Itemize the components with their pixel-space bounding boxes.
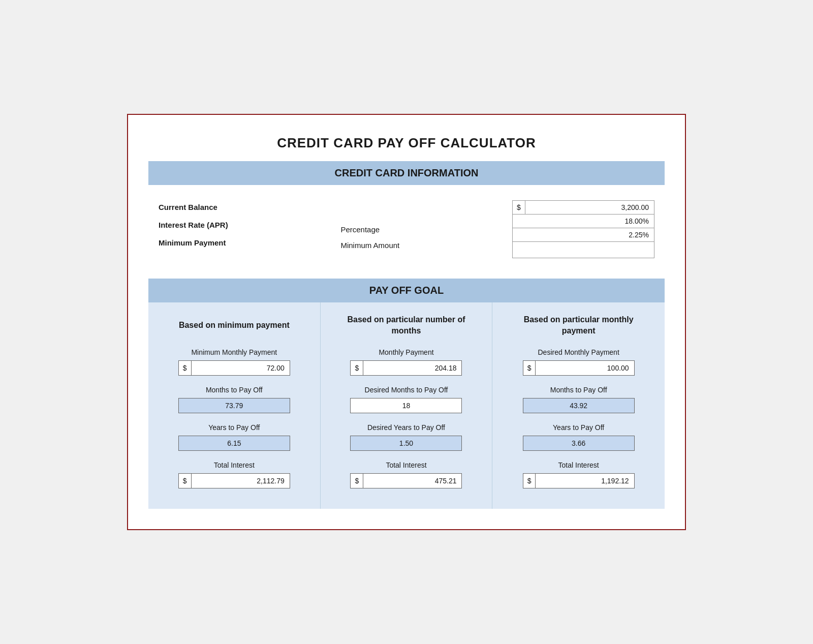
col3-title: Based on particular monthly payment (508, 313, 649, 338)
col2-payment-label: Monthly Payment (379, 348, 433, 356)
interest-value: 18.00% (513, 214, 654, 228)
col2-interest-label: Total Interest (386, 461, 426, 469)
col3-payment-group: Desired Monthly Payment $ 100.00 (508, 348, 649, 376)
col2-interest-group: Total Interest $ 475.21 (336, 461, 477, 488)
balance-row: $ 3,200.00 (512, 200, 654, 214)
interest-label: Interest Rate (APR) (159, 218, 228, 232)
payoff-col-1: Based on minimum payment Minimum Monthly… (148, 302, 321, 509)
main-title: CREDIT CARD PAY OFF CALCULATOR (148, 130, 665, 161)
percentage-value: 2.25% (513, 228, 654, 241)
col2-payment-input: $ 204.18 (350, 360, 462, 376)
balance-value: 3,200.00 (525, 201, 654, 214)
cc-info-section: CREDIT CARD INFORMATION Current Balance … (148, 161, 665, 263)
cc-values: $ 3,200.00 18.00% 2.25% (512, 200, 654, 258)
col1-interest-row: $ 2,112.79 (178, 473, 290, 488)
col3-years-label: Years to Pay Off (553, 423, 604, 432)
col3-payment-label: Desired Monthly Payment (538, 348, 619, 356)
col3-months-group: Months to Pay Off 43.92 (508, 386, 649, 413)
col2-years-value: 1.50 (350, 436, 462, 451)
col2-interest-row: $ 475.21 (350, 473, 462, 488)
col3-months-label: Months to Pay Off (550, 386, 607, 394)
col1-payment-dollar: $ (179, 361, 192, 375)
col1-interest-group: Total Interest $ 2,112.79 (164, 461, 305, 488)
cc-labels: Current Balance Interest Rate (APR) Mini… (159, 200, 228, 250)
col3-interest-value: 1,192.12 (536, 474, 634, 488)
col2-title: Based on particular number of months (336, 313, 477, 338)
balance-label: Current Balance (159, 200, 228, 214)
interest-row: 18.00% (512, 214, 654, 228)
percentage-label: Percentage (340, 223, 399, 236)
col2-years-group: Desired Years to Pay Off 1.50 (336, 423, 477, 451)
col3-interest-group: Total Interest $ 1,192.12 (508, 461, 649, 488)
col1-years-value: 6.15 (178, 436, 290, 451)
col3-interest-row: $ 1,192.12 (523, 473, 635, 488)
cc-info-header: CREDIT CARD INFORMATION (148, 161, 665, 185)
col3-years-group: Years to Pay Off 3.66 (508, 423, 649, 451)
col1-payment-label: Minimum Monthly Payment (191, 348, 277, 356)
cc-middle: Percentage Minimum Amount (340, 200, 399, 252)
minimum-amount-label: Minimum Amount (340, 238, 399, 252)
minimum-label: Minimum Payment (159, 236, 228, 250)
col3-interest-label: Total Interest (558, 461, 599, 469)
col1-years-group: Years to Pay Off 6.15 (164, 423, 305, 451)
payoff-columns: Based on minimum payment Minimum Monthly… (148, 302, 665, 509)
col1-interest-dollar: $ (179, 474, 192, 488)
col1-months-group: Months to Pay Off 73.79 (164, 386, 305, 413)
col3-payment-value: 100.00 (536, 361, 634, 375)
col1-payment-value: 72.00 (192, 361, 290, 375)
col2-payment-group: Monthly Payment $ 204.18 (336, 348, 477, 376)
col2-interest-dollar: $ (351, 474, 363, 488)
col3-payment-dollar: $ (523, 361, 536, 375)
payoff-col-2: Based on particular number of months Mon… (321, 302, 493, 509)
col1-years-label: Years to Pay Off (208, 423, 260, 432)
col3-interest-dollar: $ (523, 474, 536, 488)
col1-payment-input[interactable]: $ 72.00 (178, 360, 290, 376)
payoff-header: PAY OFF GOAL (148, 279, 665, 302)
col2-payment-dollar: $ (351, 361, 363, 375)
minimum-amount-empty-row (512, 242, 654, 258)
col2-months-label: Desired Months to Pay Off (365, 386, 448, 394)
col2-months-group: Desired Months to Pay Off 18 (336, 386, 477, 413)
col2-months-value[interactable]: 18 (350, 398, 462, 413)
percentage-row: 2.25% (512, 228, 654, 242)
calculator: CREDIT CARD PAY OFF CALCULATOR CREDIT CA… (127, 114, 686, 530)
col3-years-value: 3.66 (523, 436, 635, 451)
col2-years-label: Desired Years to Pay Off (367, 423, 445, 432)
col3-months-value: 43.92 (523, 398, 635, 413)
col1-interest-label: Total Interest (214, 461, 255, 469)
payoff-col-3: Based on particular monthly payment Desi… (492, 302, 665, 509)
col1-months-value: 73.79 (178, 398, 290, 413)
payoff-section: PAY OFF GOAL Based on minimum payment Mi… (148, 279, 665, 509)
col1-payment-group: Minimum Monthly Payment $ 72.00 (164, 348, 305, 376)
col3-payment-input[interactable]: $ 100.00 (523, 360, 635, 376)
col1-title: Based on minimum payment (179, 313, 290, 338)
col2-interest-value: 475.21 (363, 474, 461, 488)
col1-months-label: Months to Pay Off (206, 386, 263, 394)
balance-dollar: $ (513, 201, 525, 214)
cc-info-content: Current Balance Interest Rate (APR) Mini… (148, 195, 665, 263)
col2-payment-value: 204.18 (363, 361, 461, 375)
col1-interest-value: 2,112.79 (192, 474, 290, 488)
